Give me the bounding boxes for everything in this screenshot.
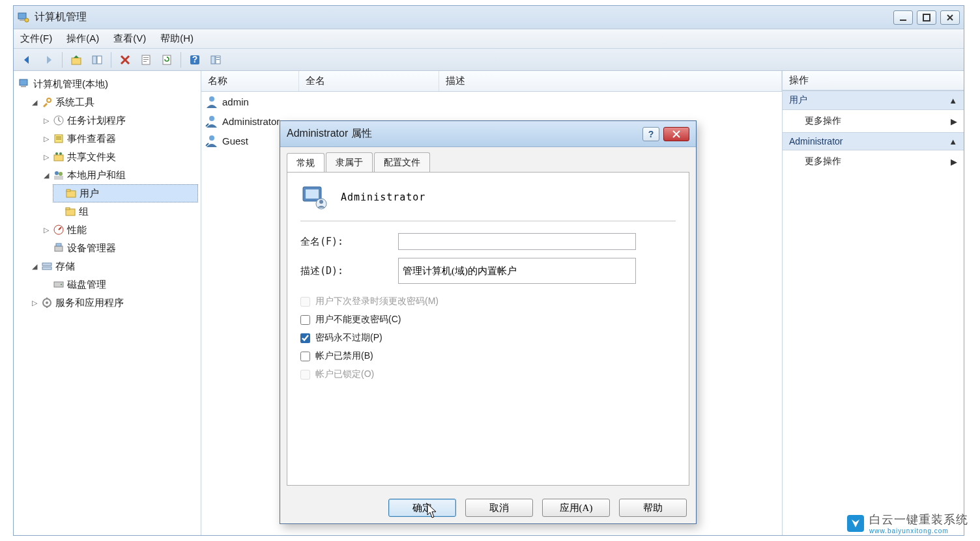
actions-group-administrator[interactable]: Administrator▲ <box>783 132 964 150</box>
dialog-buttons: 确定 取消 应用(A) 帮助 <box>280 492 696 523</box>
tree-services[interactable]: ▷服务和应用程序 <box>29 294 198 312</box>
svg-rect-10 <box>143 59 149 60</box>
col-name[interactable]: 名称 <box>201 71 299 91</box>
tree-event-viewer[interactable]: ▷事件查看器 <box>41 130 198 148</box>
watermark-icon <box>847 515 864 532</box>
svg-rect-6 <box>93 56 96 64</box>
ok-button[interactable]: 确定 <box>388 499 456 517</box>
storage-icon <box>41 260 53 272</box>
menu-file[interactable]: 文件(F) <box>20 33 52 45</box>
user-icon <box>205 115 218 128</box>
col-fullname[interactable]: 全名 <box>299 71 439 91</box>
tab-memberof[interactable]: 隶属于 <box>326 152 373 172</box>
menu-help[interactable]: 帮助(H) <box>160 33 194 45</box>
svg-point-48 <box>209 116 214 121</box>
back-button[interactable] <box>18 51 37 69</box>
tree-storage[interactable]: ◢存储 <box>29 257 198 275</box>
svg-rect-39 <box>42 263 51 266</box>
actions-pane: 操作 用户▲ 更多操作▶ Administrator▲ 更多操作▶ <box>783 71 964 535</box>
cancel-button[interactable]: 取消 <box>465 499 533 517</box>
export-list-button[interactable] <box>206 51 225 69</box>
svg-rect-20 <box>21 86 26 87</box>
apply-button[interactable]: 应用(A) <box>542 499 610 517</box>
check-cannot-change-password[interactable]: 用户不能更改密码(C) <box>300 314 676 326</box>
actions-header: 操作 <box>783 71 964 90</box>
svg-point-29 <box>55 171 59 175</box>
svg-rect-51 <box>306 189 319 199</box>
actions-group-users[interactable]: 用户▲ <box>783 90 964 110</box>
menu-view[interactable]: 查看(V) <box>113 33 146 45</box>
disk-icon <box>53 279 65 290</box>
console-tree[interactable]: 计算机管理(本地) ◢系统工具 ▷任务计划程序 ▷事件查看器 ▷共享文件夹 ◢本… <box>14 71 201 535</box>
svg-rect-1 <box>20 20 25 21</box>
tree-root[interactable]: 计算机管理(本地) <box>18 75 198 93</box>
tree-system-tools[interactable]: ◢系统工具 <box>29 93 198 111</box>
computer-icon <box>19 78 31 90</box>
svg-rect-7 <box>97 56 102 64</box>
check-account-locked: 帐户已锁定(O) <box>300 368 676 380</box>
svg-point-53 <box>319 200 323 204</box>
watermark-url: www.baiyunxitong.com <box>869 527 968 534</box>
svg-rect-33 <box>66 189 70 191</box>
svg-point-27 <box>55 152 58 155</box>
properties-button[interactable] <box>136 51 156 69</box>
up-button[interactable] <box>66 51 86 69</box>
properties-dialog: Administrator 属性 ? 常规 隶属于 配置文件 Administr… <box>280 120 697 524</box>
svg-rect-40 <box>42 267 51 270</box>
titlebar: 计算机管理 <box>14 6 964 29</box>
dialog-help-button[interactable]: ? <box>642 127 659 141</box>
check-account-disabled[interactable]: 帐户已禁用(B) <box>300 350 676 362</box>
dialog-close-button[interactable] <box>663 127 689 141</box>
close-button[interactable] <box>940 10 960 25</box>
refresh-button[interactable] <box>157 51 177 69</box>
list-item[interactable]: admin <box>201 92 782 111</box>
menu-action[interactable]: 操作(A) <box>66 33 99 45</box>
fullname-input[interactable] <box>398 233 636 250</box>
perf-icon <box>53 224 65 236</box>
tree-disk-management[interactable]: 磁盘管理 <box>41 275 198 294</box>
actions-more-administrator[interactable]: 更多操作▶ <box>783 150 964 173</box>
svg-rect-31 <box>54 176 63 180</box>
history-back-hint <box>0 17 1 36</box>
description-input[interactable] <box>398 258 636 284</box>
tree-shared-folders[interactable]: ▷共享文件夹 <box>41 148 198 166</box>
tree-local-users-groups[interactable]: ◢本地用户和组 <box>41 166 198 184</box>
tree-groups[interactable]: 组 <box>53 202 198 221</box>
tree-task-scheduler[interactable]: ▷任务计划程序 <box>41 111 198 130</box>
svg-rect-4 <box>923 14 930 21</box>
svg-rect-5 <box>72 58 81 64</box>
svg-point-30 <box>59 172 63 176</box>
minimize-button[interactable] <box>893 10 913 25</box>
event-icon <box>53 133 65 145</box>
svg-point-49 <box>209 135 214 141</box>
delete-button[interactable] <box>115 51 135 69</box>
svg-rect-38 <box>56 243 61 246</box>
check-password-never-expires[interactable]: 密码永不过期(P) <box>300 332 676 344</box>
tree-users[interactable]: 用户 <box>53 184 198 202</box>
maximize-button[interactable] <box>917 10 936 25</box>
device-icon <box>53 242 65 254</box>
tab-general[interactable]: 常规 <box>287 153 324 173</box>
tree-device-manager[interactable]: 设备管理器 <box>41 239 198 257</box>
forward-button[interactable] <box>38 51 58 69</box>
svg-rect-46 <box>46 306 48 308</box>
collapse-icon: ▲ <box>949 137 957 146</box>
toolbar: ? <box>14 49 964 71</box>
dialog-title: Administrator 属性 <box>287 127 642 141</box>
collapse-icon: ▲ <box>949 96 957 105</box>
users-icon <box>53 169 65 181</box>
show-hide-tree-button[interactable] <box>87 51 107 69</box>
tabstrip: 常规 隶属于 配置文件 <box>280 150 696 172</box>
svg-rect-25 <box>56 139 61 139</box>
help-button[interactable]: ? <box>185 51 205 69</box>
dialog-help-button-bottom[interactable]: 帮助 <box>619 499 687 517</box>
actions-more-users[interactable]: 更多操作▶ <box>783 110 964 132</box>
tree-performance[interactable]: ▷性能 <box>41 221 198 239</box>
tab-profile[interactable]: 配置文件 <box>374 152 430 172</box>
col-desc[interactable]: 描述 <box>439 71 782 91</box>
user-large-icon <box>300 183 329 212</box>
tabpage-general: Administrator 全名(F): 描述(D): 用户下次登录时须更改密码… <box>287 172 689 486</box>
services-icon <box>41 297 53 309</box>
watermark: 白云一键重装系统 www.baiyunxitong.com <box>847 512 968 534</box>
svg-rect-17 <box>216 57 220 58</box>
